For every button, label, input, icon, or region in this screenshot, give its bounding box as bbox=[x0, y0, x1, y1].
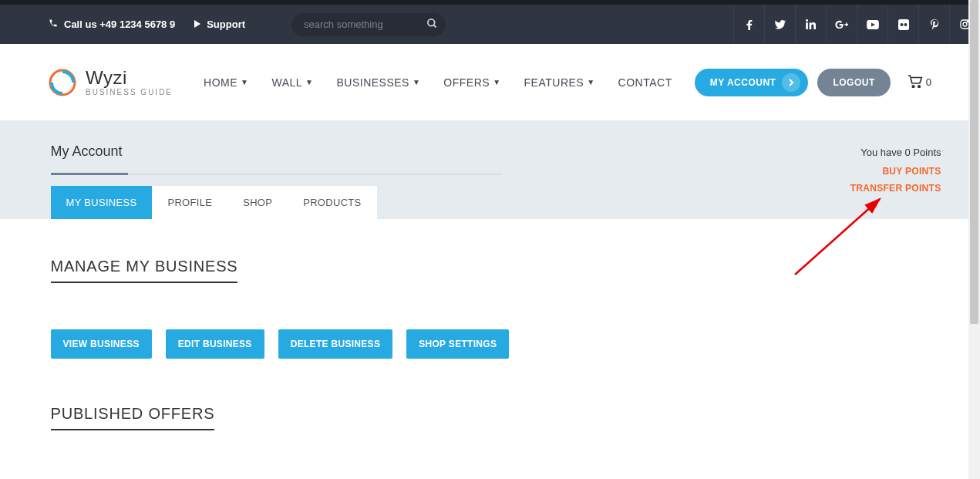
social-linkedin-icon[interactable] bbox=[795, 5, 826, 44]
svg-point-6 bbox=[963, 22, 967, 26]
published-offers-heading: PUBLISHED OFFERS bbox=[51, 405, 215, 430]
tab-products[interactable]: PRODUCTS bbox=[288, 186, 376, 219]
social-googleplus-icon[interactable] bbox=[826, 5, 857, 44]
search-icon bbox=[426, 20, 438, 32]
points-box: You have 0 Points BUY POINTS TRANSFER PO… bbox=[850, 143, 941, 197]
brand-text: Wyzi BUSINESS GUIDE bbox=[86, 69, 173, 96]
caret-right-icon bbox=[194, 19, 200, 30]
cart-icon bbox=[908, 75, 923, 90]
tab-profile[interactable]: PROFILE bbox=[152, 186, 227, 219]
logo-icon bbox=[49, 69, 76, 96]
topbar: Call us +49 1234 5678 9 Support bbox=[0, 5, 980, 44]
svg-point-9 bbox=[59, 79, 66, 86]
nav-contact[interactable]: CONTACT bbox=[618, 76, 672, 89]
chevron-right-icon bbox=[782, 73, 800, 92]
social-facebook-icon[interactable] bbox=[733, 5, 764, 44]
transfer-points-link[interactable]: TRANSFER POINTS bbox=[850, 180, 941, 197]
delete-business-button[interactable]: DELETE BUSINESS bbox=[278, 329, 393, 359]
social-pinterest-icon[interactable] bbox=[918, 5, 949, 44]
scrollbar-thumb[interactable] bbox=[970, 0, 978, 324]
nav-offers[interactable]: OFFERS▼ bbox=[443, 76, 500, 89]
page-title: My Account bbox=[51, 143, 941, 160]
logout-button[interactable]: LOGOUT bbox=[817, 69, 890, 96]
call-us-text: Call us +49 1234 5678 9 bbox=[64, 19, 175, 30]
title-underline bbox=[51, 174, 502, 175]
nav-features[interactable]: FEATURES▼ bbox=[524, 76, 595, 89]
logo[interactable]: Wyzi BUSINESS GUIDE bbox=[49, 69, 173, 96]
phone-icon bbox=[49, 19, 58, 30]
nav-home[interactable]: HOME▼ bbox=[204, 76, 248, 89]
my-account-label: MY ACCOUNT bbox=[710, 77, 776, 88]
social-twitter-icon[interactable] bbox=[764, 5, 795, 44]
title-underline-active bbox=[51, 173, 128, 175]
cart-count: 0 bbox=[926, 76, 931, 88]
call-us-link[interactable]: Call us +49 1234 5678 9 bbox=[49, 19, 175, 30]
caret-down-icon: ▼ bbox=[305, 78, 313, 86]
search-wrap bbox=[291, 13, 446, 36]
social-row bbox=[733, 5, 980, 44]
svg-point-0 bbox=[428, 19, 435, 25]
caret-down-icon: ▼ bbox=[241, 78, 248, 86]
svg-rect-2 bbox=[898, 19, 909, 30]
tab-my-business[interactable]: MY BUSINESS bbox=[51, 186, 153, 219]
brand-tagline: BUSINESS GUIDE bbox=[86, 89, 173, 96]
page-header: My Account You have 0 Points BUY POINTS … bbox=[0, 120, 980, 219]
nav-links: HOME▼ WALL▼ BUSINESSES▼ OFFERS▼ FEATURES… bbox=[204, 76, 672, 89]
business-buttons-row: VIEW BUSINESS EDIT BUSINESS DELETE BUSIN… bbox=[51, 329, 941, 359]
brand-name: Wyzi bbox=[86, 69, 173, 87]
svg-point-11 bbox=[918, 85, 921, 87]
social-flickr-icon[interactable] bbox=[887, 5, 918, 44]
points-text: You have 0 Points bbox=[850, 143, 941, 163]
support-link[interactable]: Support bbox=[194, 19, 245, 30]
svg-line-1 bbox=[433, 25, 436, 27]
nav-right: MY ACCOUNT LOGOUT 0 bbox=[695, 69, 931, 96]
svg-point-4 bbox=[904, 23, 907, 26]
caret-down-icon: ▼ bbox=[493, 78, 500, 86]
social-youtube-icon[interactable] bbox=[857, 5, 887, 44]
cart-link[interactable]: 0 bbox=[908, 75, 931, 90]
my-account-button[interactable]: MY ACCOUNT bbox=[695, 69, 809, 96]
content: MANAGE MY BUSINESS VIEW BUSINESS EDIT BU… bbox=[39, 219, 941, 477]
support-text: Support bbox=[207, 19, 245, 30]
edit-business-button[interactable]: EDIT BUSINESS bbox=[166, 329, 264, 359]
search-button[interactable] bbox=[426, 18, 438, 32]
account-tabs: MY BUSINESS PROFILE SHOP PRODUCTS bbox=[51, 186, 941, 219]
caret-down-icon: ▼ bbox=[413, 78, 420, 86]
shop-settings-button[interactable]: SHOP SETTINGS bbox=[406, 329, 509, 359]
svg-point-10 bbox=[912, 85, 914, 87]
manage-business-heading: MANAGE MY BUSINESS bbox=[51, 258, 238, 283]
nav-wall[interactable]: WALL▼ bbox=[271, 76, 313, 89]
tab-shop[interactable]: SHOP bbox=[227, 186, 288, 219]
view-business-button[interactable]: VIEW BUSINESS bbox=[51, 329, 152, 359]
main-nav: Wyzi BUSINESS GUIDE HOME▼ WALL▼ BUSINESS… bbox=[0, 44, 980, 120]
scrollbar[interactable] bbox=[968, 0, 980, 477]
buy-points-link[interactable]: BUY POINTS bbox=[850, 163, 941, 180]
svg-point-3 bbox=[900, 23, 903, 26]
search-input[interactable] bbox=[291, 13, 446, 36]
caret-down-icon: ▼ bbox=[587, 78, 594, 86]
nav-businesses[interactable]: BUSINESSES▼ bbox=[336, 76, 420, 89]
topbar-left: Call us +49 1234 5678 9 Support bbox=[49, 13, 446, 36]
